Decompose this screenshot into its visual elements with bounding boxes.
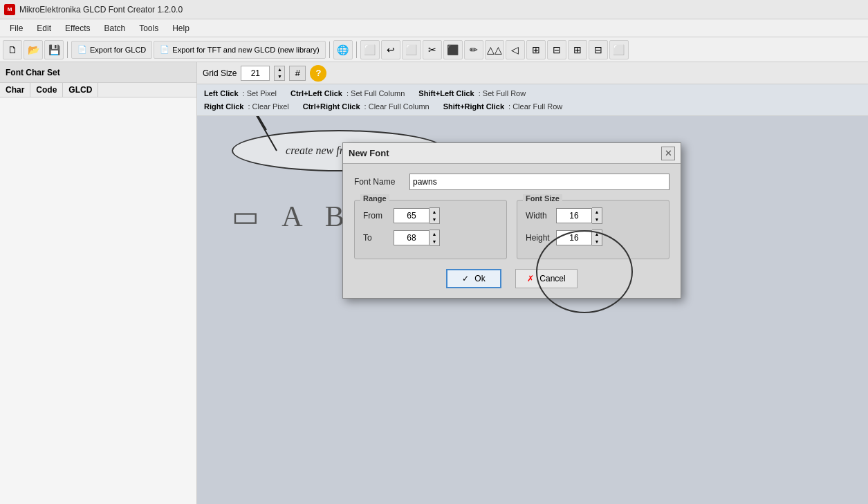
range-section: Range From ▲ ▼ [354, 200, 507, 259]
cancel-icon: ✗ [527, 274, 534, 283]
from-spin-down[interactable]: ▼ [430, 216, 439, 223]
from-row: From ▲ ▼ [363, 207, 498, 224]
tool-11[interactable]: ⊞ [568, 40, 587, 59]
col-char: Char [0, 83, 30, 97]
to-spin-down[interactable]: ▼ [430, 238, 439, 245]
menu-effects[interactable]: Effects [58, 21, 97, 35]
grid-controls: Grid Size ▲ ▼ # ? [197, 62, 868, 84]
tool-2[interactable]: ↩ [381, 40, 400, 59]
width-input[interactable] [556, 208, 592, 223]
help-button[interactable]: ? [310, 65, 326, 82]
menu-batch[interactable]: Batch [98, 21, 133, 35]
grid-spin-down[interactable]: ▼ [275, 73, 284, 80]
tool-13[interactable]: ⬜ [609, 40, 629, 59]
left-panel: Font Char Set Char Code GLCD [0, 62, 197, 504]
tool-5[interactable]: ⬛ [443, 40, 463, 59]
ok-label-text: Ok [474, 274, 485, 283]
export-glcd-icon: 📄 [77, 45, 87, 54]
width-spinner[interactable]: ▲ ▼ [592, 207, 602, 224]
from-spin-up[interactable]: ▲ [430, 208, 439, 216]
shift-left-key: Shift+Left Click [418, 87, 474, 100]
grid-size-input[interactable] [241, 66, 270, 81]
to-label: To [363, 233, 388, 243]
to-spin-control: ▲ ▼ [394, 230, 440, 246]
open-button[interactable]: 📂 [24, 40, 43, 59]
to-spinner[interactable]: ▲ ▼ [430, 230, 440, 246]
width-spin-control: ▲ ▼ [556, 207, 602, 224]
toolbar-separator-1 [67, 41, 68, 58]
tool-6[interactable]: ✏ [464, 40, 483, 59]
export-tft-label: Export for TFT and new GLCD (new library… [172, 46, 319, 54]
shortcut-right-click: Right Click : Clear Pixel [204, 100, 289, 113]
svg-line-0 [218, 116, 266, 130]
menu-tools[interactable]: Tools [132, 21, 165, 35]
tool-10[interactable]: ⊟ [547, 40, 566, 59]
dialog-body: Font Name Range From [343, 164, 681, 298]
tool-12[interactable]: ⊟ [589, 40, 608, 59]
new-font-dialog: New Font ✕ Font Name Rang [342, 142, 681, 299]
save-button[interactable]: 💾 [44, 40, 64, 59]
col-code: Code [30, 83, 63, 97]
shortcut-shift-right: Shift+Right Click : Clear Full Row [443, 100, 563, 113]
from-spin-control: ▲ ▼ [394, 207, 440, 224]
to-spin-up[interactable]: ▲ [430, 230, 439, 238]
from-spinner[interactable]: ▲ ▼ [430, 207, 440, 224]
dialog-title: New Font [349, 148, 389, 158]
to-input[interactable] [394, 230, 430, 245]
menu-edit[interactable]: Edit [30, 21, 58, 35]
right-panel: Grid Size ▲ ▼ # ? Left Click : Set Pixel… [197, 62, 868, 504]
grid-size-spinner[interactable]: ▲ ▼ [274, 66, 285, 81]
export-glcd-label: Export for GLCD [90, 46, 146, 54]
grid-size-label: Grid Size [203, 68, 237, 78]
grid-spin-up[interactable]: ▲ [275, 66, 284, 73]
left-click-desc: : Set Pixel [243, 87, 277, 100]
height-spin-down[interactable]: ▼ [592, 238, 602, 245]
dialog-close-button[interactable]: ✕ [661, 147, 675, 160]
export-tft-icon: 📄 [160, 45, 169, 54]
title-bar: M MikroElektronika GLCD Font Creator 1.2… [0, 0, 868, 19]
menu-bar: File Edit Effects Batch Tools Help [0, 19, 868, 37]
height-spin-up[interactable]: ▲ [592, 230, 602, 238]
height-label: Height [526, 233, 551, 243]
right-click-desc: : Clear Pixel [248, 100, 288, 113]
ctrl-right-desc: : Clear Full Column [364, 100, 430, 113]
new-button[interactable]: 🗋 [3, 40, 22, 59]
toolbar: 🗋 📂 💾 📄 Export for GLCD 📄 Export for TFT… [0, 37, 868, 62]
from-input[interactable] [394, 208, 430, 223]
ok-button[interactable]: ✓ Ok [446, 269, 501, 288]
app-icon: M [4, 4, 15, 15]
width-spin-up[interactable]: ▲ [592, 208, 602, 216]
font-name-input[interactable] [409, 174, 670, 190]
grid-hash-button[interactable]: # [289, 66, 306, 81]
font-name-label: Font Name [354, 177, 403, 187]
height-row: Height ▲ ▼ [526, 230, 661, 246]
ctrl-right-key: Ctrl+Right Click [303, 100, 360, 113]
menu-file[interactable]: File [3, 21, 30, 35]
height-spinner[interactable]: ▲ ▼ [592, 230, 602, 246]
menu-help[interactable]: Help [165, 21, 196, 35]
tool-1[interactable]: ⬜ [360, 40, 380, 59]
dialog-title-bar: New Font ✕ [343, 143, 681, 164]
tool-9[interactable]: ⊞ [526, 40, 546, 59]
shortcut-ctrl-left: Ctrl+Left Click : Set Full Column [290, 87, 405, 100]
dialog-overlay: New Font ✕ Font Name Rang [197, 116, 868, 504]
globe-button[interactable]: 🌐 [333, 40, 353, 59]
font-size-section-title: Font Size [523, 194, 562, 203]
export-glcd-button[interactable]: 📄 Export for GLCD [71, 41, 152, 59]
right-click-key: Right Click [204, 100, 243, 113]
shortcut-row-1: Left Click : Set Pixel Ctrl+Left Click :… [204, 87, 861, 100]
cancel-label-text: Cancel [539, 274, 565, 283]
toolbar-separator-3 [356, 41, 357, 58]
app-title: MikroElektronika GLCD Font Creator 1.2.0… [19, 5, 183, 15]
from-label: From [363, 211, 388, 221]
cancel-button[interactable]: ✗ Cancel [515, 269, 578, 288]
width-spin-down[interactable]: ▼ [592, 216, 602, 223]
left-click-key: Left Click [204, 87, 239, 100]
height-input[interactable] [556, 230, 592, 245]
export-tft-button[interactable]: 📄 Export for TFT and new GLCD (new libra… [154, 41, 325, 59]
tool-4[interactable]: ✂ [423, 40, 442, 59]
col-glcd: GLCD [63, 83, 98, 97]
tool-8[interactable]: ◁ [506, 40, 525, 59]
tool-3[interactable]: ⬜ [402, 40, 421, 59]
tool-7[interactable]: △△ [485, 40, 504, 59]
